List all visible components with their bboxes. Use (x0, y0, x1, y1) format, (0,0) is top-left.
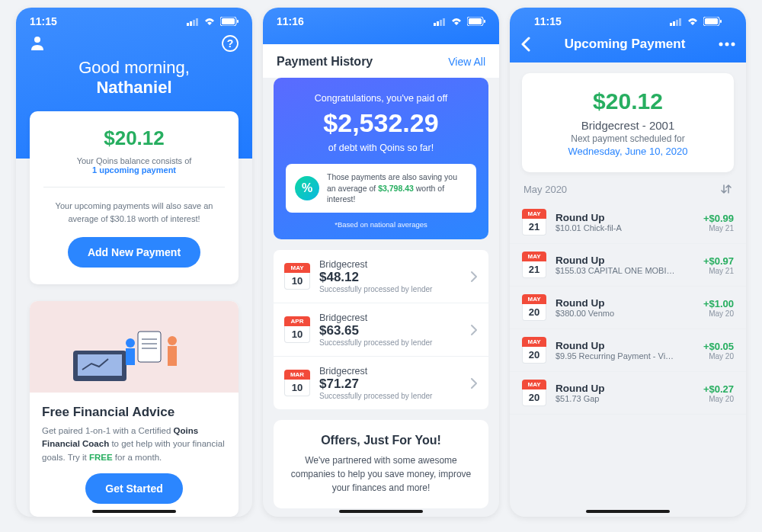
profile-icon[interactable] (30, 35, 45, 52)
savings-text: Those payments are also saving you an av… (327, 171, 467, 205)
next-payment-card: $20.12 Bridgecrest - 2001 Next payment s… (522, 73, 734, 172)
transaction-title: Round Up (555, 212, 694, 223)
view-all-link[interactable]: View All (448, 56, 485, 68)
transaction-row[interactable]: MAY20Round Up$51.73 Gap+$0.27May 20 (510, 372, 746, 415)
transaction-sub: $10.01 Chick-fil-A (555, 223, 677, 232)
chevron-right-icon (470, 324, 478, 336)
wifi-icon (203, 17, 216, 26)
calendar-chip: MAY10 (284, 263, 310, 290)
transaction-amount: +$0.97 (703, 255, 734, 267)
greeting-name: Nathaniel (16, 78, 252, 98)
more-icon[interactable] (719, 42, 735, 46)
transaction-date: May 20 (703, 309, 734, 318)
transaction-list: MAY21Round Up$10.01 Chick-fil-A+$0.99May… (510, 201, 746, 415)
transaction-date: May 20 (703, 395, 734, 403)
calendar-month: MAR (284, 370, 310, 380)
svg-point-35 (725, 43, 728, 46)
calendar-day: 10 (284, 380, 310, 396)
home-screen: 11:15 ? Good morning, Nathaniel $20.12 Y… (16, 8, 252, 517)
calendar-day: 20 (522, 347, 546, 364)
svg-rect-33 (720, 20, 722, 23)
transaction-sub: $155.03 CAPITAL ONE MOBILE PMT 20 (555, 266, 677, 275)
transaction-row[interactable]: MAY20Round Up$9.95 Recurring Payment - V… (510, 329, 746, 372)
advice-body-text: Get paired 1-on-1 with a Certified Qoins… (42, 425, 226, 464)
next-payment-date: Wednesday, June 10, 2020 (537, 146, 719, 157)
svg-point-34 (719, 43, 722, 46)
svg-rect-30 (679, 18, 681, 26)
savings-callout: % Those payments are also saving you an … (286, 164, 476, 213)
advice-title: Free Financial Advice (42, 405, 226, 420)
transaction-sub: $51.73 Gap (555, 394, 677, 403)
transaction-row[interactable]: MAY21Round Up$10.01 Chick-fil-A+$0.99May… (510, 201, 746, 244)
signal-icon (670, 18, 682, 26)
payment-history-screen: 11:16 Payment History View All Congratul… (263, 8, 499, 517)
congrats-footnote: *Based on national averages (286, 220, 476, 229)
svg-rect-17 (126, 348, 135, 365)
history-item[interactable]: APR10Bridgecrest$63.65Successfully proce… (274, 303, 488, 357)
calendar-day: 20 (522, 389, 546, 406)
calendar-day: 10 (284, 326, 310, 343)
divider (43, 187, 225, 187)
nav-bar: Upcoming Payment (520, 30, 735, 52)
history-list: MAY10Bridgecrest$48.12Successfully proce… (274, 250, 488, 409)
calendar-month: MAY (522, 252, 546, 261)
status-time: 11:15 (534, 15, 562, 27)
back-button[interactable] (520, 37, 531, 52)
sort-icon[interactable] (720, 183, 732, 195)
upcoming-payment-link[interactable]: 1 upcoming payment (92, 165, 176, 175)
calendar-day: 10 (284, 273, 310, 290)
offers-text: We've partnered with some awesome compan… (289, 453, 473, 495)
next-payment-vendor: Bridgecrest - 2001 (537, 119, 719, 132)
debt-paid-amount: $2,532.29 (286, 108, 476, 138)
svg-rect-3 (196, 18, 198, 26)
svg-rect-26 (484, 20, 485, 23)
percent-icon: % (295, 176, 319, 200)
svg-rect-6 (237, 20, 239, 23)
advice-illustration (30, 301, 239, 393)
wifi-icon (450, 17, 463, 26)
battery-icon (467, 17, 485, 26)
calendar-chip: MAY20 (522, 294, 546, 321)
svg-rect-29 (676, 20, 678, 26)
add-payment-button[interactable]: Add New Payment (68, 237, 200, 268)
transaction-row[interactable]: MAY21Round Up$155.03 CAPITAL ONE MOBILE … (510, 244, 746, 287)
svg-point-36 (731, 43, 735, 46)
calendar-month: MAY (284, 263, 310, 273)
history-status: Successfully processed by lender (319, 338, 461, 347)
svg-rect-25 (469, 18, 482, 24)
status-indicators (434, 17, 485, 26)
calendar-month: APR (284, 316, 310, 326)
offers-card: Offers, Just For You! We've partnered wi… (274, 420, 488, 508)
svg-point-18 (168, 336, 177, 345)
transaction-sub: $9.95 Recurring Payment - Vimeo (555, 351, 677, 361)
offers-title: Offers, Just For You! (289, 434, 473, 447)
transaction-amount: +$0.05 (703, 341, 734, 352)
chevron-right-icon (470, 271, 478, 283)
nav-title: Upcoming Payment (565, 37, 686, 52)
home-indicator (92, 510, 176, 513)
next-payment-amount: $20.12 (537, 88, 719, 114)
home-indicator (339, 510, 423, 513)
history-vendor: Bridgecrest (319, 366, 461, 377)
transaction-row[interactable]: MAY20Round Up$380.00 Venmo+$1.00May 20 (510, 287, 746, 329)
month-row: May 2020 (510, 172, 746, 201)
signal-icon (434, 18, 446, 26)
greeting: Good morning, Nathaniel (16, 58, 252, 98)
svg-rect-21 (437, 21, 439, 26)
svg-rect-12 (138, 332, 161, 362)
history-item[interactable]: MAR10Bridgecrest$71.27Successfully proce… (274, 357, 488, 409)
transaction-amount: +$0.27 (703, 383, 734, 395)
congrats-line2: of debt with Qoins so far! (286, 143, 476, 153)
history-vendor: Bridgecrest (319, 312, 461, 323)
get-started-button[interactable]: Get Started (85, 473, 182, 504)
home-indicator (586, 510, 670, 513)
history-status: Successfully processed by lender (319, 392, 461, 400)
svg-text:?: ? (227, 37, 234, 50)
history-amount: $48.12 (319, 270, 461, 285)
history-vendor: Bridgecrest (319, 259, 461, 270)
transaction-title: Round Up (555, 383, 694, 394)
upcoming-payment-screen: 11:15 Upcoming Payment $20.12 Bridgecres… (510, 8, 746, 517)
svg-rect-32 (705, 18, 718, 24)
history-item[interactable]: MAY10Bridgecrest$48.12Successfully proce… (274, 250, 488, 303)
help-icon[interactable]: ? (222, 35, 239, 52)
